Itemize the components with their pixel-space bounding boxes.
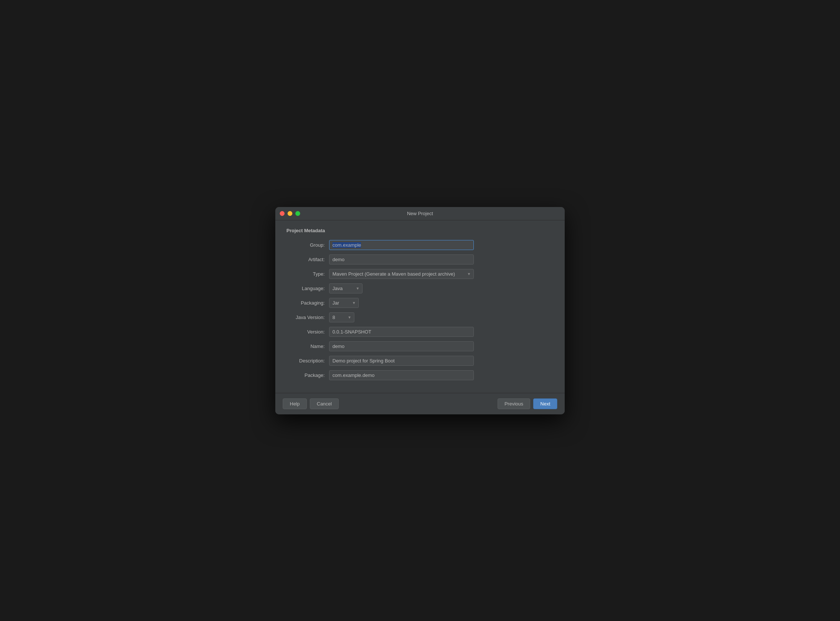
close-button[interactable] <box>280 211 285 216</box>
group-input[interactable] <box>329 240 474 250</box>
java-version-row: Java Version: 8 11 17 21 ▼ <box>287 312 553 323</box>
package-row: Package: <box>287 370 553 380</box>
previous-button[interactable]: Previous <box>497 398 531 409</box>
version-input[interactable] <box>329 327 474 337</box>
package-input[interactable] <box>329 370 474 380</box>
packaging-label: Packaging: <box>287 300 329 306</box>
language-label: Language: <box>287 286 329 291</box>
packaging-select-wrapper: Jar War ▼ <box>329 298 359 308</box>
window-title: New Project <box>407 211 433 216</box>
artifact-label: Artifact: <box>287 257 329 262</box>
version-label: Version: <box>287 329 329 335</box>
name-label: Name: <box>287 344 329 349</box>
packaging-row: Packaging: Jar War ▼ <box>287 298 553 308</box>
new-project-dialog: New Project Project Metadata Group: Arti… <box>275 207 565 414</box>
java-version-select[interactable]: 8 11 17 21 <box>329 312 354 323</box>
type-select[interactable]: Maven Project (Generate a Maven based pr… <box>329 269 474 279</box>
java-version-select-wrapper: 8 11 17 21 ▼ <box>329 312 354 323</box>
maximize-button[interactable] <box>295 211 300 216</box>
language-select-wrapper: Java Kotlin Groovy ▼ <box>329 283 362 294</box>
description-input[interactable] <box>329 356 474 366</box>
minimize-button[interactable] <box>288 211 293 216</box>
type-select-wrapper: Maven Project (Generate a Maven based pr… <box>329 269 474 279</box>
description-label: Description: <box>287 358 329 364</box>
section-title: Project Metadata <box>287 228 553 233</box>
window-controls <box>280 211 300 216</box>
group-row: Group: <box>287 240 553 250</box>
type-label: Type: <box>287 271 329 277</box>
artifact-input[interactable] <box>329 254 474 265</box>
language-select[interactable]: Java Kotlin Groovy <box>329 283 362 294</box>
name-input[interactable] <box>329 341 474 351</box>
language-row: Language: Java Kotlin Groovy ▼ <box>287 283 553 294</box>
help-button[interactable]: Help <box>283 398 307 409</box>
next-button[interactable]: Next <box>533 398 557 409</box>
title-bar: New Project <box>275 207 565 220</box>
java-version-label: Java Version: <box>287 315 329 320</box>
artifact-row: Artifact: <box>287 254 553 265</box>
version-row: Version: <box>287 327 553 337</box>
type-row: Type: Maven Project (Generate a Maven ba… <box>287 269 553 279</box>
name-row: Name: <box>287 341 553 351</box>
form-content: Project Metadata Group: Artifact: Type: … <box>275 220 565 414</box>
description-row: Description: <box>287 356 553 366</box>
footer-left-buttons: Help Cancel <box>283 398 339 409</box>
footer: Help Cancel Previous Next <box>275 393 565 414</box>
group-label: Group: <box>287 242 329 248</box>
footer-right-buttons: Previous Next <box>497 398 557 409</box>
package-label: Package: <box>287 373 329 378</box>
cancel-button[interactable]: Cancel <box>310 398 339 409</box>
packaging-select[interactable]: Jar War <box>329 298 359 308</box>
